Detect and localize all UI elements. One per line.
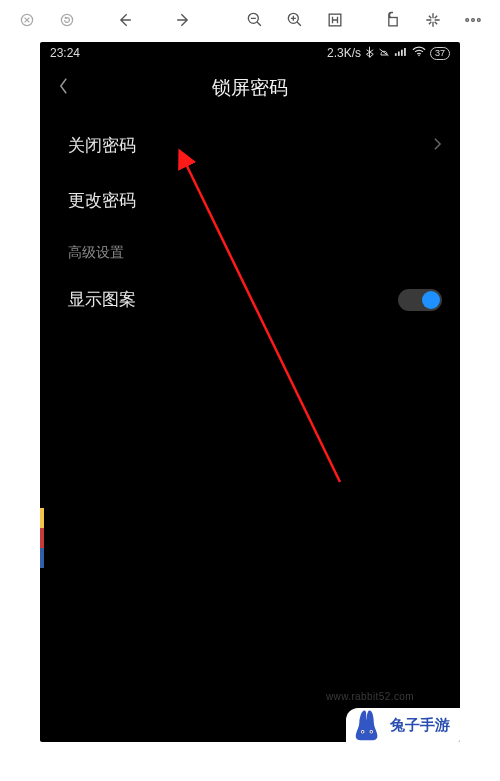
edge-marker <box>40 528 44 548</box>
svg-point-1 <box>61 14 72 25</box>
page-title: 锁屏密码 <box>212 75 288 101</box>
back-arrow-icon[interactable] <box>108 3 142 37</box>
svg-point-7 <box>472 19 475 22</box>
viewer-toolbar <box>0 0 500 40</box>
setting-item-change-password[interactable]: 更改密码 <box>40 173 460 228</box>
rotate-icon[interactable] <box>376 3 410 37</box>
settings-header: 锁屏密码 <box>40 64 460 112</box>
edge-marker <box>40 548 44 568</box>
setting-item-disable-password[interactable]: 关闭密码 <box>40 118 460 173</box>
svg-point-17 <box>362 731 364 733</box>
refresh-circle-icon[interactable] <box>50 3 84 37</box>
svg-point-6 <box>466 19 469 22</box>
watermark-text: www.rabbit52.com <box>326 691 414 702</box>
svg-point-13 <box>418 55 420 57</box>
sparkle-icon[interactable] <box>416 3 450 37</box>
brand-badge[interactable]: 兔子手游 <box>346 708 460 742</box>
status-net-speed: 2.3K/s <box>327 46 361 60</box>
edge-marker <box>40 508 44 528</box>
zoom-out-icon[interactable] <box>238 3 272 37</box>
status-time: 23:24 <box>50 46 80 60</box>
svg-point-18 <box>370 731 372 733</box>
setting-item-show-pattern[interactable]: 显示图案 <box>40 272 460 327</box>
settings-list: 关闭密码 更改密码 高级设置 显示图案 <box>40 112 460 327</box>
svg-rect-10 <box>398 52 400 56</box>
svg-rect-11 <box>401 50 403 56</box>
setting-item-label: 显示图案 <box>68 288 136 311</box>
close-circle-icon[interactable] <box>10 3 44 37</box>
svg-rect-12 <box>404 48 406 56</box>
fit-width-icon[interactable] <box>318 3 352 37</box>
toggle-knob <box>422 291 440 309</box>
signal-icon <box>394 46 408 60</box>
bluetooth-icon <box>365 46 374 61</box>
forward-arrow-icon[interactable] <box>166 3 200 37</box>
zoom-in-icon[interactable] <box>278 3 312 37</box>
bunny-logo-icon <box>350 708 384 742</box>
back-chevron-icon[interactable] <box>50 67 77 109</box>
wifi-icon <box>412 46 426 60</box>
chevron-right-icon <box>433 135 442 156</box>
section-label-advanced: 高级设置 <box>40 228 460 272</box>
svg-rect-5 <box>389 18 397 26</box>
brand-text: 兔子手游 <box>390 716 450 735</box>
status-bar: 23:24 2.3K/s 37 <box>40 42 460 64</box>
battery-indicator: 37 <box>430 47 450 60</box>
toggle-switch[interactable] <box>398 289 442 311</box>
setting-item-label: 更改密码 <box>68 189 136 212</box>
setting-item-label: 关闭密码 <box>68 134 136 157</box>
phone-screen: 23:24 2.3K/s 37 锁屏密码 <box>40 42 460 742</box>
svg-rect-9 <box>395 53 397 56</box>
dnd-icon <box>378 46 390 61</box>
svg-point-8 <box>478 19 481 22</box>
more-icon[interactable] <box>456 3 490 37</box>
